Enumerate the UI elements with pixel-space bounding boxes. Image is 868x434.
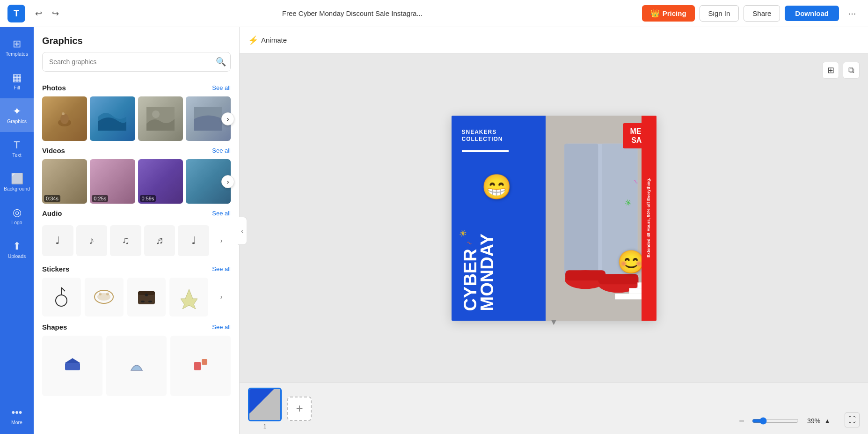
canvas-right-photo: MEGA SALE 😊 ✳ ～ Extended 48 Hours, 50% o… (546, 116, 656, 321)
svg-point-13 (106, 293, 109, 295)
shapes-see-all[interactable]: See all (212, 324, 231, 331)
svg-rect-25 (564, 143, 598, 275)
shape-thumb-3[interactable] (170, 336, 231, 396)
photo-thumb-2[interactable] (90, 96, 135, 141)
sidebar-item-logo[interactable]: ◎ Logo (0, 199, 34, 233)
audio-section-header: Audio See all (42, 209, 231, 217)
svg-rect-22 (202, 359, 207, 365)
video-thumb-3[interactable]: 0:59s (138, 159, 183, 204)
history-controls: ↩ ↪ (31, 6, 63, 21)
canvas-left-panel: SNEAKERS COLLECTION 😁 ✳ ～ CYBERMONDAY (452, 116, 546, 321)
svg-point-3 (62, 112, 65, 115)
left-nav: ⊞ Templates ▦ Fill ✦ Graphics T Text ⬜ B… (0, 27, 34, 434)
photo-thumb-3[interactable] (138, 96, 183, 141)
sidebar-item-graphics[interactable]: ✦ Graphics (0, 98, 34, 132)
search-bar: 🔍 (34, 52, 239, 78)
svg-point-5 (152, 110, 160, 118)
audio-thumb-1[interactable]: ♩ (42, 225, 73, 257)
sidebar-item-fill[interactable]: ▦ Fill (0, 65, 34, 98)
timeline-item-1[interactable]: 1 (248, 388, 282, 430)
audio-section-title: Audio (42, 209, 62, 217)
audio-thumb-4[interactable]: ♬ (144, 225, 175, 257)
stickers-more-button[interactable]: › (212, 287, 231, 306)
canvas-scroll-down[interactable]: ▼ (550, 317, 558, 327)
crown-icon: 👑 (650, 9, 660, 18)
pricing-button[interactable]: 👑 Pricing (642, 5, 695, 22)
timeline-thumb-1 (248, 388, 282, 421)
audio-thumb-2[interactable]: ♪ (76, 225, 108, 257)
sidebar-item-background-label: Background (4, 186, 30, 191)
sidebar-item-uploads[interactable]: ⬆ Uploads (0, 233, 34, 267)
main-area: ⊞ Templates ▦ Fill ✦ Graphics T Text ⬜ B… (0, 27, 868, 434)
app-logo: T (7, 5, 25, 22)
animate-icon: ⚡ (248, 35, 258, 45)
sticker-thumb-3[interactable] (127, 278, 166, 316)
panel-collapse-button[interactable]: ‹ (238, 217, 247, 245)
audio-thumb-3[interactable]: ♫ (110, 225, 141, 257)
videos-section-title: Videos (42, 147, 65, 154)
shapes-section-header: Shapes See all (42, 323, 231, 331)
video-thumb-2[interactable]: 0:25s (90, 159, 135, 204)
more-options-button[interactable]: ··· (844, 5, 861, 22)
stickers-section-header: Stickers See all (42, 265, 231, 273)
fill-icon: ▦ (12, 73, 22, 83)
photos-grid: › (42, 96, 231, 141)
shapes-grid (42, 336, 231, 396)
download-button[interactable]: Download (785, 6, 839, 21)
add-element-button[interactable]: ⊞ (822, 62, 839, 79)
more-icon: ••• (11, 407, 22, 418)
photo-thumb-1[interactable] (42, 96, 87, 141)
timeline-page-number: 1 (248, 423, 282, 430)
design-canvas[interactable]: SNEAKERS COLLECTION 😁 ✳ ～ CYBERMONDAY (452, 116, 656, 321)
cyber-monday-vertical: CYBERMONDAY (462, 234, 496, 311)
zoom-minus-button[interactable]: − (735, 414, 748, 427)
undo-button[interactable]: ↩ (31, 6, 46, 21)
video-thumb-1[interactable]: 0:34s (42, 159, 87, 204)
zoom-chevron-up[interactable]: ▲ (824, 417, 831, 425)
animate-button[interactable]: ⚡ Animate (248, 35, 287, 45)
video-duration-1: 0:34s (44, 195, 60, 202)
signin-button[interactable]: Sign In (700, 5, 739, 22)
extended-text-stripe: Extended 48 Hours, 50% off Everything. (642, 116, 656, 321)
videos-see-all[interactable]: See all (212, 147, 231, 154)
video-duration-3: 0:59s (140, 195, 156, 202)
search-icon-button[interactable]: 🔍 (216, 57, 226, 67)
extended-text-vertical: Extended 48 Hours, 50% off Everything. (646, 178, 652, 257)
photos-section-title: Photos (42, 84, 66, 92)
add-page-button[interactable]: + (287, 397, 312, 421)
share-button[interactable]: Share (744, 5, 780, 22)
logo-icon: ◎ (13, 207, 22, 218)
sidebar-item-text[interactable]: T Text (0, 132, 34, 166)
audio-thumb-5[interactable]: ♩ (178, 225, 209, 257)
videos-scroll-button[interactable]: › (221, 175, 234, 188)
sidebar-item-templates[interactable]: ⊞ Templates (0, 31, 34, 65)
canvas-workspace: ⊞ ⧉ SNEAKERS COLLECTION 😁 ✳ ～ (240, 53, 868, 383)
search-input[interactable] (42, 52, 231, 72)
sticker-thumb-1[interactable] (42, 278, 81, 316)
svg-rect-21 (194, 362, 201, 370)
sidebar-item-background[interactable]: ⬜ Background (0, 166, 34, 199)
videos-grid: 0:34s 0:25s 0:59s › (42, 159, 231, 204)
sticker-thumb-4[interactable] (169, 278, 208, 316)
svg-marker-20 (65, 358, 80, 363)
duplicate-button[interactable]: ⧉ (843, 62, 860, 79)
photos-scroll-button[interactable]: › (221, 112, 234, 125)
animate-label: Animate (261, 36, 287, 44)
audio-more-button[interactable]: › (212, 231, 231, 250)
stickers-see-all[interactable]: See all (212, 265, 231, 272)
canvas-toolbar: ⚡ Animate (240, 27, 868, 53)
sidebar-item-text-label: Text (12, 152, 21, 158)
photos-section-header: Photos See all (42, 84, 231, 92)
side-panel: Graphics 🔍 Photos See all (34, 27, 240, 434)
stickers-section-title: Stickers (42, 265, 69, 273)
sidebar-item-more[interactable]: ••• More (0, 402, 34, 430)
shape-thumb-2[interactable] (106, 336, 167, 396)
photos-see-all[interactable]: See all (212, 84, 231, 91)
zoom-slider[interactable] (752, 417, 799, 425)
svg-point-17 (141, 301, 145, 302)
shape-thumb-1[interactable] (42, 336, 102, 396)
sticker-thumb-2[interactable] (85, 278, 124, 316)
redo-button[interactable]: ↪ (48, 6, 63, 21)
audio-see-all[interactable]: See all (212, 210, 231, 217)
fullscreen-button[interactable]: ⛶ (845, 412, 860, 427)
